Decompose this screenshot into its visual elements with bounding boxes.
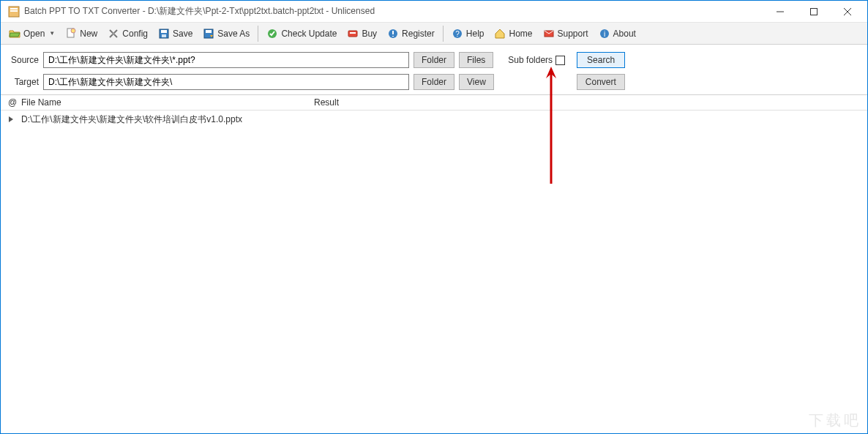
support-button[interactable]: Support [538,25,594,42]
toolbar: Open ▼ New Config Save Save As Check Upd… [1,23,867,45]
window-title: Batch PPT TO TXT Converter - D:\新建文件夹\Pp… [24,5,763,18]
source-label: Source [10,55,39,65]
file-list: D:\工作\新建文件夹\新建文件夹\软件培训白皮书v1.0.pptx [1,111,867,127]
help-button[interactable]: ? Help [446,25,490,42]
check-update-label: Check Update [281,29,337,39]
svg-text:i: i [603,30,605,38]
svg-rect-14 [206,30,212,33]
register-button[interactable]: Register [382,25,440,42]
gear-icon [108,28,119,40]
chevron-down-icon: ▼ [49,30,55,37]
check-icon [266,28,278,40]
svg-rect-4 [811,9,818,15]
save-as-button[interactable]: Save As [198,25,255,42]
support-label: Support [558,29,588,39]
search-button[interactable]: Search [577,52,625,68]
save-as-label: Save As [217,29,250,39]
register-label: Register [402,29,435,39]
subfolders-group: Sub folders [508,55,565,65]
help-icon: ? [452,28,463,40]
list-header: @ File Name Result [1,94,867,111]
info-icon: i [599,28,610,40]
svg-rect-17 [350,32,356,34]
check-update-button[interactable]: Check Update [261,25,342,42]
home-icon [494,28,506,40]
buy-label: Buy [362,29,377,39]
source-folder-button[interactable]: Folder [414,52,454,68]
minimize-button[interactable] [763,1,797,23]
form-area: Source Folder Files Sub folders Search T… [1,45,867,94]
cart-icon [347,28,359,40]
file-name-cell: D:\工作\新建文件夹\新建文件夹\软件培训白皮书v1.0.pptx [21,113,314,126]
target-folder-button[interactable]: Folder [414,74,454,90]
svg-point-8 [71,29,75,33]
svg-text:?: ? [455,30,460,38]
watermark: 下载吧 [809,411,861,430]
subfolders-label: Sub folders [508,55,553,65]
col-header-status[interactable]: @ [1,97,21,108]
subfolders-checkbox[interactable] [555,56,565,65]
source-row: Source Folder Files Sub folders Search [10,52,858,68]
about-label: About [613,29,636,39]
new-label: New [80,29,97,39]
folder-open-icon [9,28,20,40]
target-label: Target [10,77,39,87]
svg-rect-12 [162,34,166,37]
target-row: Target Folder View Convert [10,74,858,90]
svg-point-9 [112,32,115,35]
open-label: Open [23,29,45,39]
register-icon [387,28,399,40]
col-header-result[interactable]: Result [314,97,867,108]
list-item[interactable]: D:\工作\新建文件夹\新建文件夹\软件培训白皮书v1.0.pptx [1,111,867,127]
about-button[interactable]: i About [594,25,641,42]
col-header-filename[interactable]: File Name [21,97,314,108]
maximize-button[interactable] [797,1,831,23]
svg-rect-1 [10,8,18,10]
new-file-icon [65,28,77,40]
new-button[interactable]: New [60,25,102,42]
help-label: Help [466,29,484,39]
save-icon [158,28,170,40]
save-label: Save [173,29,192,39]
save-as-icon [203,28,214,40]
convert-button[interactable]: Convert [577,74,625,90]
target-view-button[interactable]: View [459,74,494,90]
config-label: Config [122,29,148,39]
open-button[interactable]: Open ▼ [4,25,60,42]
support-icon [543,28,555,40]
save-button[interactable]: Save [153,25,198,42]
svg-rect-11 [161,30,167,33]
target-input[interactable] [43,74,409,90]
toolbar-separator [258,26,258,42]
app-icon [8,6,20,18]
titlebar: Batch PPT TO TXT Converter - D:\新建文件夹\Pp… [1,1,867,23]
svg-rect-2 [10,10,18,12]
source-input[interactable] [43,52,409,68]
play-icon [1,116,21,123]
window-controls [763,1,864,22]
close-button[interactable] [831,1,864,23]
home-button[interactable]: Home [489,25,537,42]
config-button[interactable]: Config [102,25,153,42]
toolbar-separator [443,26,444,42]
buy-button[interactable]: Buy [342,25,382,42]
source-files-button[interactable]: Files [459,52,493,68]
home-label: Home [509,29,532,39]
